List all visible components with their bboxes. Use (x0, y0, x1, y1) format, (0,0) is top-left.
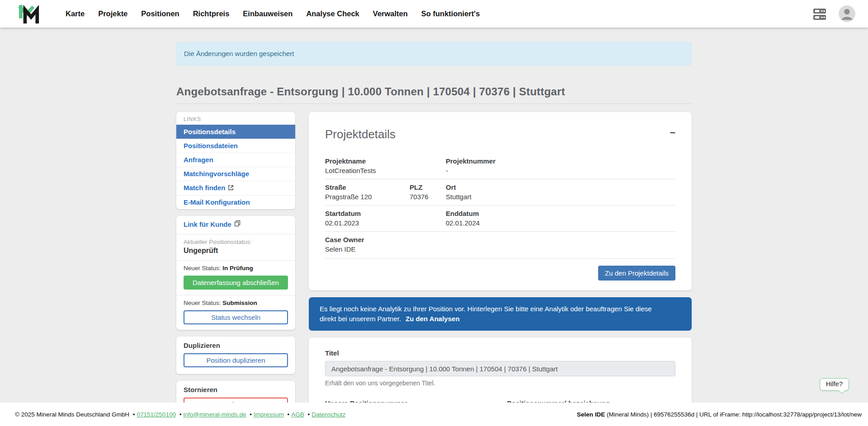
sidebar-item-match-finden[interactable]: Match finden (176, 181, 295, 195)
sidebar-item-positionsdetails[interactable]: Positionsdetails (176, 125, 295, 139)
footer-link-impressum[interactable]: Impressum (254, 411, 284, 418)
footer-link-agb[interactable]: AGB (291, 411, 304, 418)
field-case-owner: Case Owner Selen IDE (325, 232, 675, 257)
field-projektname: Projektname LotCreationTests (325, 153, 446, 179)
footer-link-email[interactable]: info@mineral-minds.de (183, 411, 246, 418)
field-value: 02.01.2023 (325, 219, 446, 227)
analytics-banner-text: Es liegt noch keine Analytik zu Ihrer Po… (320, 305, 652, 323)
custom-position-number-label: Positionsnummer/-bezeichnung (507, 399, 676, 403)
footer-copyright: © 2025 Mineral Minds Deutschland GmbH (15, 411, 129, 418)
sidebar: LINKS Positionsdetails Positionsdateien … (176, 112, 295, 403)
new-status-line-1: Neuer Status: In Prüfung (184, 265, 288, 272)
customer-link[interactable]: Link für Kunde (184, 220, 241, 228)
page-title: Angebotsanfrage - Entsorgung | 10.000 To… (176, 85, 692, 98)
footer-separator: • (133, 411, 135, 418)
custom-position-number-group: Positionsnummer/-bezeichnung Z.B. Intern… (507, 399, 676, 403)
field-value: 02.01.2024 (446, 219, 675, 227)
links-card: LINKS Positionsdetails Positionsdateien … (176, 112, 295, 209)
project-details-card: Projektdetails – Projektname LotCreation… (309, 112, 692, 290)
footer-separator: • (179, 411, 182, 418)
footer-session-info: (Mineral Minds) | 69576255536d | URL of … (605, 411, 862, 418)
duplicate-card: Duplizieren Position duplizieren (176, 337, 295, 374)
main-menu: Karte Projekte Positionen Richtpreis Ein… (59, 9, 486, 18)
footer-separator: • (250, 411, 252, 418)
footer-link-phone[interactable]: 07151/250100 (137, 411, 176, 418)
server-panel-icon[interactable] (811, 6, 828, 22)
field-label: Ort (446, 183, 675, 191)
new-status-label: Neuer Status: (184, 300, 221, 306)
field-label: Straße (325, 183, 410, 191)
saved-alert: Die Änderungen wurden gespeichert (176, 42, 692, 66)
field-value: - (446, 167, 675, 174)
our-position-number-group: Unsere Positionsnummer Erhält eine syste… (325, 399, 494, 403)
duplicate-heading: Duplizieren (184, 342, 288, 349)
finish-data-entry-button[interactable]: Datenerfassung abschließen (184, 276, 288, 290)
footer-separator: • (307, 411, 310, 418)
new-status-value: In Prüfung (222, 265, 253, 272)
field-value: Selen IDE (325, 245, 675, 253)
top-navigation: Karte Projekte Positionen Richtpreis Ein… (0, 0, 868, 28)
field-projektnummer: Projektnummer - (446, 153, 675, 179)
main-column: Projektdetails – Projektname LotCreation… (309, 112, 692, 403)
field-enddatum: Enddatum 02.01.2024 (446, 206, 675, 231)
field-label: Projektname (325, 157, 446, 165)
current-status-value: Ungeprüft (184, 247, 288, 255)
nav-item-verwalten[interactable]: Verwalten (366, 9, 415, 18)
nav-item-projekte[interactable]: Projekte (91, 9, 134, 18)
footer-link-datenschutz[interactable]: Datenschutz (311, 411, 345, 418)
field-label: Enddatum (446, 210, 675, 217)
cancel-card: Stornieren Stornieren (176, 381, 295, 403)
field-label: Startdatum (325, 210, 446, 217)
sidebar-item-anfragen[interactable]: Anfragen (176, 153, 295, 167)
sidebar-item-positionsdateien[interactable]: Positionsdateien (176, 139, 295, 153)
go-to-analyses-link[interactable]: Zu den Analysen (406, 315, 459, 323)
field-label: PLZ (410, 183, 446, 191)
cancel-dropdown-button[interactable]: Stornieren (184, 398, 288, 403)
field-startdatum: Startdatum 02.01.2023 (325, 206, 446, 231)
analytics-banner: Es liegt noch keine Analytik zu Ihrer Po… (309, 297, 692, 331)
links-card-header: LINKS (176, 112, 295, 125)
external-link-icon (228, 184, 234, 192)
change-status-button[interactable]: Status wechseln (184, 310, 288, 324)
customer-link-label: Link für Kunde (184, 220, 231, 228)
field-value: Stuttgart (446, 193, 675, 201)
project-fields: Projektname LotCreationTests Projektnumm… (325, 153, 675, 257)
page-content: Die Änderungen wurden gespeichert Angebo… (0, 28, 868, 403)
footer: © 2025 Mineral Minds Deutschland GmbH •0… (0, 403, 868, 426)
field-value: Pragstraße 120 (325, 193, 410, 201)
footer-right: Selen IDE (Mineral Minds) | 69576255536d… (577, 411, 862, 418)
sidebar-item-email-konfiguration[interactable]: E-Mail Konfiguration (176, 195, 295, 209)
current-status-label: Aktueller Positionsstatus: (184, 239, 288, 245)
new-status-label: Neuer Status: (184, 265, 221, 272)
status-card: Link für Kunde Aktueller Positionsstatus… (176, 216, 295, 330)
new-status-value: Submission (222, 300, 257, 306)
field-value: 70376 (410, 193, 446, 201)
nav-item-so-funktionierts[interactable]: So funktioniert's (415, 9, 487, 18)
duplicate-position-button[interactable]: Position duplizieren (184, 353, 288, 367)
go-to-project-details-button[interactable]: Zu den Projektdetails (598, 266, 675, 281)
field-plz: PLZ 70376 (410, 179, 446, 205)
field-strasse: Straße Pragstraße 120 (325, 179, 410, 205)
collapse-icon[interactable]: – (670, 127, 675, 137)
new-status-line-2: Neuer Status: Submission (184, 300, 288, 306)
nav-item-positionen[interactable]: Positionen (134, 9, 186, 18)
sidebar-item-matchingvorschlaege[interactable]: Matchingvorschläge (176, 167, 295, 181)
footer-left: © 2025 Mineral Minds Deutschland GmbH •0… (15, 411, 345, 418)
nav-item-richtpreis[interactable]: Richtpreis (186, 9, 236, 18)
copy-icon[interactable] (234, 220, 241, 228)
sidebar-item-label: Match finden (184, 184, 226, 192)
field-ort: Ort Stuttgart (446, 179, 675, 205)
nav-item-einbauweisen[interactable]: Einbauweisen (236, 9, 299, 18)
field-label: Projektnummer (446, 157, 675, 165)
our-position-number-label: Unsere Positionsnummer (325, 399, 494, 403)
nav-item-karte[interactable]: Karte (59, 9, 91, 18)
titel-help: Erhält den von uns vorgegebenen Titel. (325, 379, 675, 387)
mineral-minds-logo-icon[interactable] (18, 4, 41, 24)
user-avatar-icon[interactable] (839, 5, 855, 22)
position-form-card: Titel Erhält den von uns vorgegebenen Ti… (309, 337, 692, 403)
titel-label: Titel (325, 349, 675, 357)
help-button[interactable]: Hilfe? (820, 378, 849, 391)
nav-item-analyse-check[interactable]: Analyse Check (299, 9, 366, 18)
footer-separator: • (287, 411, 289, 418)
titel-input (325, 361, 675, 376)
